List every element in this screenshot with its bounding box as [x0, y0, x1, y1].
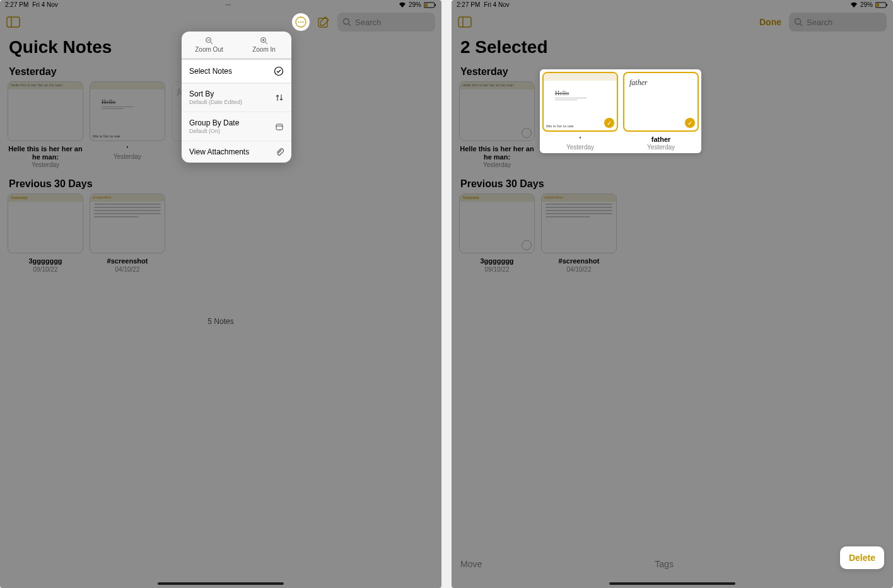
selection-empty-icon[interactable] [522, 128, 532, 138]
battery-pct: 29% [409, 1, 421, 8]
sort-arrows-icon [275, 93, 284, 102]
note-title: #screenshot [559, 257, 600, 265]
zoom-out-label: Zoom Out [195, 46, 223, 53]
note-card-selected[interactable]: Hello this is fun to use ✓ ' Yesterday [542, 72, 618, 151]
note-sub: Yesterday [647, 144, 675, 151]
status-time: 2:27 PM [5, 1, 28, 8]
svg-rect-2 [435, 4, 436, 6]
zoom-in-button[interactable]: Zoom In [236, 32, 291, 58]
dynamic-island: ··· [226, 1, 231, 8]
nav-bar: Done Search [452, 9, 893, 35]
search-field[interactable]: Search [337, 13, 435, 32]
search-icon [794, 18, 803, 26]
menu-select-label: Select Notes [189, 67, 232, 76]
thumb-header [544, 73, 617, 81]
move-button[interactable]: Move [460, 559, 482, 569]
menu-sort-label: Sort By [189, 89, 214, 98]
svg-line-28 [800, 24, 803, 26]
thumb-header: Helle this is her her an he man: [460, 82, 534, 89]
note-card[interactable]: Helle this is her her an he man: Helle t… [8, 81, 83, 168]
status-date: Fri 4 Nov [484, 1, 510, 8]
svg-line-18 [266, 42, 268, 45]
calendar-icon [275, 122, 284, 131]
svg-rect-1 [424, 3, 428, 6]
status-date: Fri 4 Nov [32, 1, 58, 8]
thumb-header: screenshot [90, 194, 165, 202]
sidebar-toggle-icon[interactable] [6, 16, 20, 28]
thumb-header [90, 82, 165, 89]
menu-select-notes[interactable]: Select Notes [182, 60, 291, 83]
status-bar: 2:27 PM Fri 4 Nov 29% [452, 0, 893, 9]
note-card[interactable]: screenshot #screenshot 04/10/22 [541, 193, 617, 272]
note-card[interactable]: screenshot #screenshot 04/10/22 [90, 193, 165, 272]
note-card[interactable]: Hello this is fun to use ' Yesterday [90, 81, 165, 168]
home-indicator [158, 582, 284, 585]
note-sub: Yesterday [566, 144, 594, 151]
svg-point-10 [344, 19, 349, 25]
zoom-out-button[interactable]: Zoom Out [182, 32, 236, 58]
note-sub: Yesterday [114, 153, 141, 160]
status-bar: 2:27 PM Fri 4 Nov ··· 29% [0, 0, 441, 9]
selection-check-icon[interactable]: ✓ [604, 118, 614, 128]
page-title: 2 Selected [452, 35, 893, 62]
nav-bar: Search [0, 9, 441, 35]
svg-line-11 [349, 24, 351, 26]
battery-icon [424, 2, 436, 8]
menu-sort-by[interactable]: Sort By Default (Date Edited) [182, 83, 291, 112]
compose-icon[interactable] [317, 16, 330, 28]
sidebar-toggle-icon[interactable] [458, 16, 472, 28]
note-title: 3ggggggg [28, 257, 62, 265]
left-screenshot: 2:27 PM Fri 4 Nov ··· 29% [0, 0, 441, 588]
menu-view-attachments[interactable]: View Attachments [182, 141, 291, 163]
svg-rect-24 [887, 4, 888, 6]
menu-group-sub: Default (On) [189, 128, 239, 134]
note-sub: 09/10/22 [485, 266, 510, 273]
battery-icon [875, 2, 888, 8]
thumb-header: 3ggggggg [460, 194, 534, 202]
selection-empty-icon[interactable] [522, 240, 532, 250]
search-field[interactable]: Search [789, 13, 887, 32]
svg-point-19 [275, 67, 283, 76]
note-title: ' [127, 145, 129, 153]
note-title: #screenshot [107, 257, 148, 265]
selection-highlight: Hello this is fun to use ✓ ' Yesterday f… [540, 69, 701, 153]
note-sub: 09/10/22 [33, 266, 58, 273]
search-placeholder: Search [355, 18, 381, 27]
svg-line-14 [211, 42, 213, 45]
notes-count: 5 Notes [0, 317, 441, 326]
svg-point-27 [795, 19, 801, 25]
status-time: 2:27 PM [457, 1, 480, 8]
section-prev30: Previous 30 Days [452, 175, 893, 193]
more-menu-button[interactable] [292, 13, 310, 31]
note-card-selected[interactable]: father ✓ father Yesterday [623, 72, 699, 151]
svg-rect-20 [276, 124, 283, 130]
note-title: 3ggggggg [480, 257, 513, 265]
note-sub: Yesterday [32, 161, 59, 168]
note-card[interactable]: Helle this is her her an he man: Helle t… [459, 81, 535, 168]
delete-button[interactable]: Delete [840, 546, 884, 569]
svg-point-7 [300, 21, 301, 23]
selection-check-icon[interactable]: ✓ [685, 118, 695, 128]
tags-button[interactable]: Tags [655, 559, 674, 569]
svg-point-6 [298, 21, 300, 23]
search-placeholder: Search [807, 18, 832, 27]
fun-label: this is fun to use [546, 124, 573, 128]
right-screenshot: 2:27 PM Fri 4 Nov 29% Done Search [452, 0, 893, 588]
note-card[interactable]: 3ggggggg 3ggggggg 09/10/22 [459, 193, 535, 272]
note-sub: Yesterday [483, 161, 511, 168]
note-title: Helle this is her her an he man: [8, 145, 83, 161]
svg-point-8 [303, 21, 304, 23]
note-card[interactable]: 3ggggggg 3ggggggg 09/10/22 [8, 193, 83, 272]
context-menu: Zoom Out Zoom In Select Notes Sort By De… [182, 32, 291, 163]
svg-rect-23 [877, 3, 880, 6]
svg-rect-25 [458, 17, 471, 27]
wifi-icon [850, 2, 858, 8]
battery-pct: 29% [860, 1, 873, 8]
thumb-header: screenshot [542, 194, 616, 202]
done-button[interactable]: Done [759, 17, 781, 27]
ink-text: Hello [102, 98, 115, 105]
note-sub: 04/10/22 [115, 266, 140, 273]
thumb-header: 3ggggggg [8, 194, 83, 202]
fun-label: this is fun to use [93, 134, 120, 138]
menu-group-by-date[interactable]: Group By Date Default (On) [182, 112, 291, 141]
